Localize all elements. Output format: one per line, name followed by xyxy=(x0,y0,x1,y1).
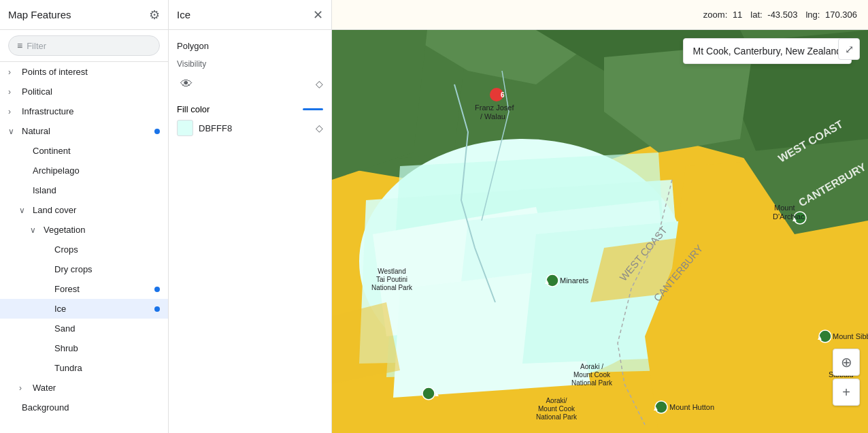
sidebar-item-water[interactable]: ›Water xyxy=(0,378,168,398)
svg-text:Westland: Westland xyxy=(378,268,406,275)
svg-text:Mount: Mount xyxy=(774,204,795,212)
zoom-in-button[interactable]: + xyxy=(833,379,860,406)
svg-text:/ Walau: / Walau xyxy=(480,112,505,121)
sidebar-item-label: Crops xyxy=(54,244,160,255)
zoom-display: zoom: 11 xyxy=(703,10,743,20)
sidebar-title: Map Features xyxy=(8,9,71,20)
fill-color-diamond-icon[interactable]: ◇ xyxy=(316,123,323,133)
sidebar-item-label: Shrub xyxy=(54,343,160,353)
sidebar-header: Map Features ⚙ xyxy=(0,0,168,30)
sidebar-item-sand[interactable]: Sand xyxy=(0,319,168,338)
svg-text:National Park: National Park xyxy=(371,284,413,291)
map-area[interactable]: zoom: 11 lat: -43.503 lng: 170.306 xyxy=(332,0,868,433)
sidebar-item-crops[interactable]: Crops xyxy=(0,240,168,259)
chevron-icon: › xyxy=(8,87,19,97)
sidebar-item-land-cover[interactable]: ∨Land cover xyxy=(0,200,168,220)
sidebar: Map Features ⚙ ≡ Filter ›Points of inter… xyxy=(0,0,169,433)
gear-icon[interactable]: ⚙ xyxy=(149,7,160,22)
sidebar-item-label: Archipelago xyxy=(33,165,160,176)
visibility-diamond-icon[interactable]: ◇ xyxy=(316,78,323,89)
filter-input-container[interactable]: ≡ Filter xyxy=(8,35,160,56)
sidebar-item-island[interactable]: Island xyxy=(0,180,168,200)
sidebar-item-dry-crops[interactable]: Dry crops xyxy=(0,259,168,279)
chevron-icon: ∨ xyxy=(19,206,30,215)
color-swatch-row: DBFFF8 ◇ xyxy=(177,120,323,136)
lng-display: lng: 170.306 xyxy=(805,10,857,20)
visibility-label: Visibility xyxy=(177,59,323,69)
svg-text:Minarets: Minarets xyxy=(560,276,589,285)
tooltip-text: Mt Cook, Canterbury, New Zealand xyxy=(693,46,841,57)
fullscreen-button[interactable]: ⤢ xyxy=(838,38,860,60)
chevron-icon: › xyxy=(8,107,19,116)
svg-text:▲: ▲ xyxy=(791,215,798,223)
sidebar-item-natural[interactable]: ∨Natural xyxy=(0,121,168,141)
sidebar-item-shrub[interactable]: Shrub xyxy=(0,338,168,358)
nav-tree: ›Points of interest›Political›Infrastruc… xyxy=(0,62,168,433)
filter-label: Filter xyxy=(27,41,46,51)
chevron-icon: › xyxy=(19,383,30,393)
svg-text:Mount Cook: Mount Cook xyxy=(538,405,575,413)
fill-color-header: Fill color xyxy=(177,104,323,114)
svg-text:▲: ▲ xyxy=(544,278,550,285)
sidebar-item-label: Background xyxy=(22,402,160,413)
sidebar-item-label: Continent xyxy=(33,146,160,156)
visibility-row: Visibility 👁 ◇ xyxy=(177,59,323,93)
locate-button[interactable]: ⊕ xyxy=(833,349,860,376)
sidebar-item-label: Political xyxy=(22,86,160,97)
svg-text:National Park: National Park xyxy=(536,413,578,421)
sidebar-item-label: Forest xyxy=(54,284,154,294)
detail-panel: Ice ✕ Polygon Visibility 👁 ◇ Fill color … xyxy=(169,0,332,433)
svg-text:Tai Poutini: Tai Poutini xyxy=(376,276,407,283)
svg-text:Mount Cook: Mount Cook xyxy=(573,371,611,379)
chevron-icon: › xyxy=(8,67,19,77)
sidebar-item-archipelago[interactable]: Archipelago xyxy=(0,161,168,180)
detail-section-label: Polygon xyxy=(177,41,323,51)
close-icon[interactable]: ✕ xyxy=(313,7,323,22)
fill-color-line xyxy=(303,108,323,110)
sidebar-item-infrastructure[interactable]: ›Infrastructure xyxy=(0,101,168,121)
active-dot xyxy=(154,287,160,292)
sidebar-item-vegetation[interactable]: ∨Vegetation xyxy=(0,220,168,240)
sidebar-item-label: Land cover xyxy=(33,205,160,215)
chevron-icon: ∨ xyxy=(30,225,41,235)
sidebar-item-tundra[interactable]: Tundra xyxy=(0,358,168,378)
eye-icon[interactable]: 👁 xyxy=(177,74,196,93)
sidebar-item-label: Dry crops xyxy=(54,264,160,274)
map-svg: 6 Franz Josef / Walau WEST COAST CANTERB… xyxy=(332,30,868,433)
sidebar-item-label: Ice xyxy=(54,304,154,314)
sidebar-item-label: Points of interest xyxy=(22,67,160,77)
detail-body: Polygon Visibility 👁 ◇ Fill color DBFFF8… xyxy=(169,30,331,158)
svg-text:Aoraki /: Aoraki / xyxy=(580,363,603,370)
chevron-icon: ∨ xyxy=(8,127,19,136)
svg-text:▲: ▲ xyxy=(652,404,659,412)
sidebar-item-label: Vegetation xyxy=(44,225,160,235)
fill-color-row: Fill color DBFFF8 ◇ xyxy=(177,104,323,136)
sidebar-item-forest[interactable]: Forest xyxy=(0,279,168,299)
svg-text:Aoraki/: Aoraki/ xyxy=(546,397,567,404)
svg-text:▲: ▲ xyxy=(816,334,823,341)
sidebar-item-label: Water xyxy=(33,383,160,393)
svg-text:6: 6 xyxy=(501,91,505,99)
sidebar-item-label: Island xyxy=(33,185,160,195)
color-hex-value: DBFFF8 xyxy=(199,123,310,133)
sidebar-item-label: Tundra xyxy=(54,363,160,373)
sidebar-item-ice[interactable]: Ice xyxy=(0,299,168,319)
sidebar-item-label: Infrastructure xyxy=(22,106,160,116)
color-swatch[interactable] xyxy=(177,120,193,136)
map-tooltip: Mt Cook, Canterbury, New Zealand xyxy=(683,38,852,64)
visibility-content: 👁 ◇ xyxy=(177,74,323,93)
sidebar-item-points-of-interest[interactable]: ›Points of interest xyxy=(0,62,168,82)
sidebar-item-continent[interactable]: Continent xyxy=(0,141,168,161)
active-dot xyxy=(154,306,160,312)
fill-color-label: Fill color xyxy=(177,104,210,114)
active-dot xyxy=(154,129,160,134)
sidebar-item-political[interactable]: ›Political xyxy=(0,82,168,101)
sidebar-item-background[interactable]: Background xyxy=(0,398,168,417)
sidebar-item-label: Sand xyxy=(54,323,160,334)
svg-text:Mount Hutton: Mount Hutton xyxy=(669,403,714,411)
filter-icon: ≡ xyxy=(17,40,22,51)
map-controls: ⊕ + xyxy=(833,349,860,406)
detail-header: Ice ✕ xyxy=(169,0,331,30)
lat-display: lat: -43.503 xyxy=(750,10,797,20)
map-topbar: zoom: 11 lat: -43.503 lng: 170.306 xyxy=(332,0,868,30)
